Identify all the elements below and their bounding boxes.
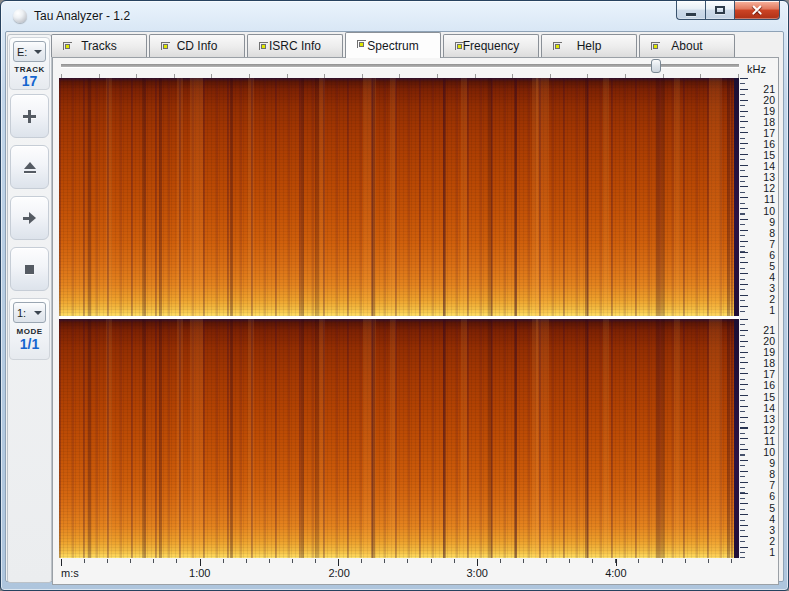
freq-label: 7 <box>750 480 775 490</box>
freq-label: 15 <box>750 392 775 402</box>
freq-label: 12 <box>750 425 775 435</box>
tab[interactable]: About <box>639 34 735 57</box>
tab-label: ISRC Info <box>269 39 321 53</box>
freq-label: 8 <box>750 228 775 238</box>
freq-label: 10 <box>750 447 775 457</box>
time-tick-marks <box>59 559 739 566</box>
play-button[interactable] <box>10 196 49 240</box>
mode-caption: MODE <box>10 327 49 336</box>
freq-label: 7 <box>750 239 775 249</box>
freq-label: 9 <box>750 217 775 227</box>
freq-labels: 212019181716151413121110987654321 <box>750 78 775 316</box>
freq-label: 5 <box>750 503 775 513</box>
time-label: 1:00 <box>189 567 210 579</box>
freq-axis-right-channel: 212019181716151413121110987654321 <box>740 319 778 558</box>
freq-label: 19 <box>750 106 775 116</box>
tab[interactable]: Frequency <box>443 34 539 57</box>
drive-select-value: E: <box>17 46 27 58</box>
freq-label: 1 <box>750 547 775 557</box>
freq-label: 20 <box>750 336 775 346</box>
title-bar[interactable]: Tau Analyzer - 1.2 <box>1 1 788 31</box>
tab[interactable]: Help <box>541 34 637 57</box>
window-title: Tau Analyzer - 1.2 <box>34 9 130 23</box>
freq-label: 16 <box>750 139 775 149</box>
app-icon[interactable] <box>13 9 27 23</box>
spectrogram-left-channel <box>59 78 739 316</box>
freq-label: 14 <box>750 161 775 171</box>
spectrum-panel: kHz 212019181716151413121110987654321 21… <box>52 57 779 585</box>
tab-label: Frequency <box>463 39 520 53</box>
freq-label: 19 <box>750 347 775 357</box>
tab-label: About <box>671 39 702 53</box>
mode-value: 1/1 <box>10 336 49 352</box>
freq-label: 11 <box>750 194 775 204</box>
drive-select[interactable]: E: <box>13 41 46 62</box>
freq-label: 17 <box>750 369 775 379</box>
stop-icon <box>25 265 34 274</box>
freq-label: 20 <box>750 95 775 105</box>
freq-axis-left-channel: 212019181716151413121110987654321 <box>740 78 778 316</box>
index-select-value: 1: <box>17 307 26 319</box>
freq-label: 4 <box>750 272 775 282</box>
time-label: 2:00 <box>328 567 349 579</box>
freq-label: 16 <box>750 380 775 390</box>
freq-unit-label: kHz <box>747 63 766 75</box>
tab-label: CD Info <box>177 39 218 53</box>
freq-label: 1 <box>750 305 775 315</box>
time-label: 3:00 <box>466 567 487 579</box>
freq-label: 2 <box>750 294 775 304</box>
freq-label: 17 <box>750 128 775 138</box>
maximize-button[interactable] <box>705 1 734 20</box>
freq-label: 6 <box>750 250 775 260</box>
freq-label: 6 <box>750 491 775 501</box>
stop-button[interactable] <box>10 247 49 291</box>
mode-panel: 1: MODE 1/1 <box>9 298 50 360</box>
freq-tick-marks <box>740 78 749 316</box>
tab[interactable]: ISRC Info <box>247 34 343 57</box>
maximize-icon <box>715 6 725 14</box>
app-window: Tau Analyzer - 1.2 E: TRACK 17 <box>0 0 789 591</box>
add-button[interactable] <box>10 94 49 138</box>
freq-label: 21 <box>750 325 775 335</box>
arrow-right-icon <box>23 212 36 224</box>
freq-label: 5 <box>750 261 775 271</box>
freq-label: 15 <box>750 150 775 160</box>
client-area: E: TRACK 17 1: MODE 1/1 <box>5 31 784 582</box>
chevron-down-icon <box>34 50 42 54</box>
caption-buttons <box>676 1 780 20</box>
minimize-button[interactable] <box>676 1 705 20</box>
position-slider-track[interactable] <box>61 64 739 68</box>
freq-label: 3 <box>750 283 775 293</box>
freq-label: 10 <box>750 206 775 216</box>
spectrogram-right-channel <box>59 319 739 558</box>
index-select[interactable]: 1: <box>13 302 46 323</box>
tab-flag-icon <box>63 42 73 51</box>
freq-label: 8 <box>750 469 775 479</box>
time-label: 4:00 <box>605 567 626 579</box>
close-button[interactable] <box>734 1 780 20</box>
track-number: 17 <box>10 73 49 89</box>
tab-label: Spectrum <box>367 39 418 53</box>
position-slider-thumb[interactable] <box>651 59 661 73</box>
freq-label: 4 <box>750 514 775 524</box>
tab-flag-icon <box>259 42 269 51</box>
freq-label: 21 <box>750 84 775 94</box>
freq-label: 9 <box>750 458 775 468</box>
track-panel: E: TRACK 17 <box>9 37 50 90</box>
tab[interactable]: CD Info <box>149 34 245 57</box>
freq-label: 13 <box>750 172 775 182</box>
eject-button[interactable] <box>10 145 49 189</box>
time-axis: m:s 1:002:003:004:00 <box>59 559 739 583</box>
minimize-icon <box>686 13 696 16</box>
sidebar: E: TRACK 17 1: MODE 1/1 <box>7 34 52 583</box>
tab-flag-icon <box>651 42 661 51</box>
plus-icon <box>23 110 36 123</box>
tab-bar: Tracks CD Info ISRC Info Spectrum Freque… <box>51 32 737 58</box>
freq-label: 18 <box>750 358 775 368</box>
chevron-down-icon <box>34 311 42 315</box>
tab-flag-icon <box>161 42 171 51</box>
tab[interactable]: Tracks <box>51 34 147 57</box>
tab[interactable]: Spectrum <box>345 32 441 58</box>
freq-label: 3 <box>750 525 775 535</box>
freq-tick-marks <box>740 319 749 558</box>
